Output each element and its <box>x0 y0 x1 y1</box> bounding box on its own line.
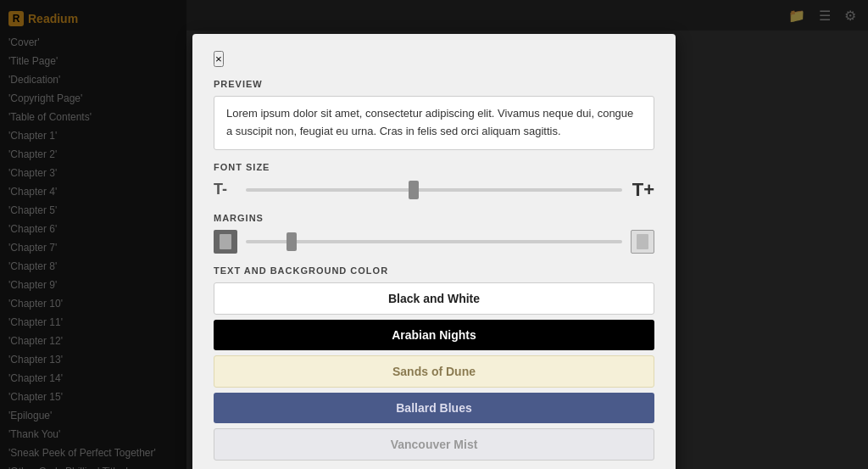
font-size-row: T- T+ <box>214 179 654 201</box>
margin-wide-icon <box>631 230 654 254</box>
modal-overlay: × PREVIEW Lorem ipsum dolor sit amet, co… <box>0 0 868 469</box>
font-increase-label: T+ <box>631 179 654 201</box>
color-btn-ballard[interactable]: Ballard Blues <box>214 393 654 423</box>
margins-label: MARGINS <box>214 213 654 223</box>
margin-inner-right <box>637 234 648 249</box>
margin-inner-left <box>220 234 231 249</box>
margins-slider[interactable] <box>246 240 622 243</box>
modal-close-button[interactable]: × <box>214 51 224 67</box>
preview-box: Lorem ipsum dolor sit amet, consectetur … <box>214 96 654 150</box>
preview-label: PREVIEW <box>214 79 654 89</box>
color-btn-vancouver[interactable]: Vancouver Mist <box>214 428 654 461</box>
margins-row <box>214 230 654 254</box>
color-label: TEXT AND BACKGROUND COLOR <box>214 265 654 276</box>
font-size-label: FONT SIZE <box>214 162 654 172</box>
color-options: Black and WhiteArabian NightsSands of Du… <box>214 282 654 461</box>
font-size-slider[interactable] <box>246 188 622 192</box>
color-btn-sands[interactable]: Sands of Dune <box>214 355 654 388</box>
margin-narrow-icon <box>214 230 237 254</box>
font-decrease-label: T- <box>214 181 237 198</box>
color-btn-arabian[interactable]: Arabian Nights <box>214 320 654 350</box>
color-btn-bw[interactable]: Black and White <box>214 282 654 315</box>
settings-modal: × PREVIEW Lorem ipsum dolor sit amet, co… <box>192 34 676 469</box>
